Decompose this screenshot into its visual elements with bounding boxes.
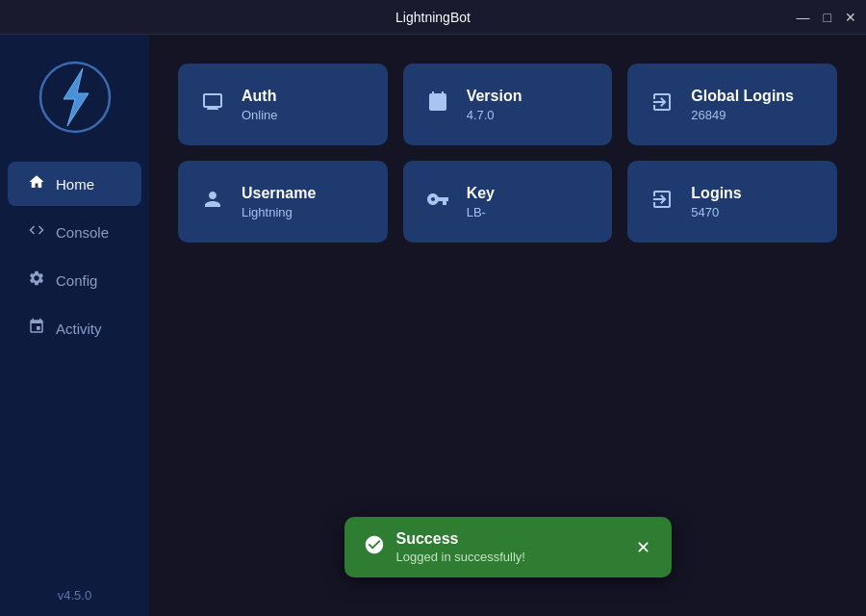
card-global-logins-text: Global Logins 26849 [691,88,794,122]
card-logins-text: Logins 5470 [691,185,741,219]
username-icon [199,188,226,217]
card-version-value: 4.7.0 [467,108,522,122]
toast-message: Logged in successfully! [396,550,623,564]
card-auth[interactable]: Auth Online [178,64,388,145]
card-key-value: LB- [467,205,495,219]
main-content: Auth Online Version 4.7.0 [149,35,866,616]
logo-area [32,54,118,141]
card-version-title: Version [467,88,522,105]
card-auth-value: Online [242,108,278,122]
card-username-title: Username [242,185,316,202]
activity-icon [27,318,46,339]
lightning-logo-icon [37,59,114,136]
monitor-icon [199,90,226,119]
card-username-value: Lightning [242,205,316,219]
window-controls: — □ ✕ [797,11,856,24]
card-global-logins-value: 26849 [691,108,794,122]
sidebar-item-activity-label: Activity [56,321,102,337]
sidebar-item-config[interactable]: Config [8,258,141,302]
svg-marker-1 [64,68,89,126]
toast-title: Success [396,530,623,548]
card-username[interactable]: Username Lightning [178,161,388,243]
card-key-text: Key LB- [467,185,495,219]
maximize-button[interactable]: □ [824,11,831,24]
app-title: LightningBot [395,10,471,25]
sidebar-nav: Home Console Config [0,160,149,352]
card-auth-text: Auth Online [242,88,278,122]
sidebar-item-home[interactable]: Home [8,162,141,206]
toast-notification: Success Logged in successfully! ✕ [344,517,672,578]
toast-success-icon [364,534,385,560]
close-button[interactable]: ✕ [845,11,856,24]
card-key-title: Key [467,185,495,202]
console-icon [27,221,46,243]
card-version[interactable]: Version 4.7.0 [403,64,613,145]
sidebar-item-activity[interactable]: Activity [8,306,141,350]
sidebar-item-config-label: Config [56,272,97,289]
sidebar-version: v4.5.0 [0,588,149,603]
toast-close-button[interactable]: ✕ [634,535,652,560]
card-logins-title: Logins [691,185,741,202]
card-global-logins-title: Global Logins [691,88,794,105]
card-logins-value: 5470 [691,205,741,219]
version-icon [424,90,451,119]
card-version-text: Version 4.7.0 [467,88,522,122]
card-auth-title: Auth [242,88,278,105]
sidebar-item-console[interactable]: Console [8,210,141,254]
card-key[interactable]: Key LB- [403,161,613,243]
card-username-text: Username Lightning [242,185,316,219]
minimize-button[interactable]: — [797,11,810,24]
toast-content: Success Logged in successfully! [396,530,623,564]
dashboard-cards: Auth Online Version 4.7.0 [178,64,837,243]
card-global-logins[interactable]: Global Logins 26849 [627,64,837,145]
home-icon [27,173,46,194]
config-icon [27,270,46,291]
sidebar-item-home-label: Home [56,176,94,192]
title-bar: LightningBot — □ ✕ [0,0,866,35]
sidebar-item-console-label: Console [56,224,109,241]
logins-icon [649,188,675,217]
app-container: Home Console Config [0,35,866,616]
card-logins[interactable]: Logins 5470 [627,161,837,243]
key-icon [424,188,451,217]
sidebar: Home Console Config [0,35,149,616]
global-logins-icon [649,90,675,119]
